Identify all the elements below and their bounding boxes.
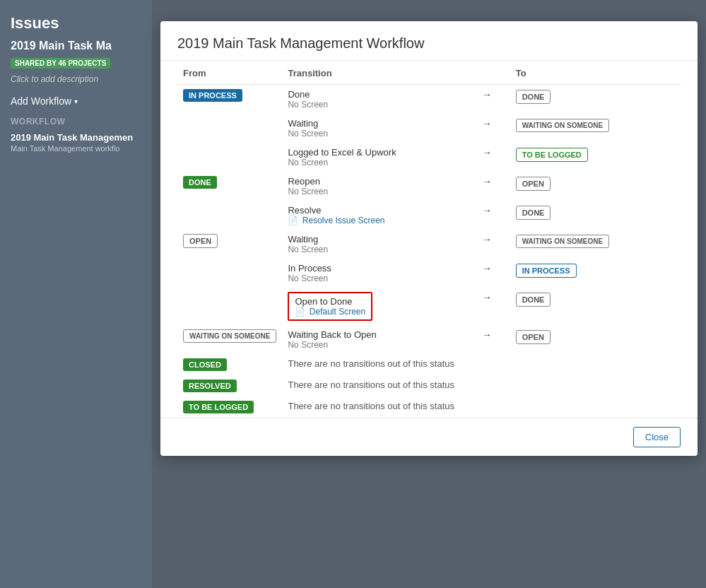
transition-screen: 📄 Resolve Issue Screen: [288, 216, 471, 225]
to-status-badge: DONE: [516, 206, 551, 220]
status-badge: WAITING ON SOMEONE: [183, 329, 276, 343]
transition-name: Done: [288, 89, 471, 100]
to-status-badge: TO BE LOGGED: [516, 148, 588, 162]
no-transitions-text: There are no transitions out of this sta…: [288, 358, 454, 369]
status-badge: IN PROCESS: [183, 89, 242, 102]
col-to: To: [510, 61, 681, 85]
table-row: DONEReopen No Screen→OPEN: [177, 172, 681, 201]
arrow-cell: →: [477, 288, 510, 325]
from-status-cell: TO BE LOGGED: [177, 396, 282, 418]
to-status-badge: IN PROCESS: [516, 264, 577, 278]
transition-cell: In Process No Screen: [282, 259, 476, 288]
transition-cell: Reopen No Screen: [282, 172, 476, 201]
table-row: Logged to Excel & Upwork No Screen→TO BE…: [177, 143, 681, 172]
from-status-cell: [177, 259, 282, 288]
to-status-cell: IN PROCESS: [510, 259, 681, 288]
no-transitions-text: There are no transitions out of this sta…: [288, 380, 454, 390]
transition-name: Reopen: [288, 176, 471, 187]
modal-footer: Close: [160, 418, 698, 456]
transition-cell: Waiting Back to Open No Screen: [282, 325, 476, 354]
transition-name: Waiting: [288, 234, 471, 245]
transition-cell: Logged to Excel & Upwork No Screen: [282, 143, 476, 172]
table-row: TO BE LOGGEDThere are no transitions out…: [177, 396, 681, 418]
to-status-cell: DONE: [510, 85, 681, 114]
status-badge: OPEN: [183, 234, 218, 248]
table-row: Waiting No Screen→WAITING ON SOMEONE: [177, 114, 681, 143]
to-status-badge: DONE: [516, 293, 551, 307]
modal-dialog: 2019 Main Task Management Workflow From …: [160, 21, 698, 456]
to-status-cell: OPEN: [510, 325, 681, 354]
modal-overlay: 2019 Main Task Management Workflow From …: [152, 0, 706, 588]
transition-screen-label: No Screen: [288, 158, 471, 167]
to-status-cell: TO BE LOGGED: [510, 143, 681, 172]
close-button[interactable]: Close: [633, 427, 681, 447]
no-transitions-cell: There are no transitions out of this sta…: [282, 375, 681, 396]
doc-icon: 📄: [288, 216, 298, 225]
table-row: WAITING ON SOMEONEWaiting Back to Open N…: [177, 325, 681, 354]
to-status-cell: WAITING ON SOMEONE: [510, 114, 681, 143]
workflow-item-sub: Main Task Management workflo: [11, 144, 141, 153]
sidebar-description[interactable]: Click to add description: [11, 74, 141, 84]
workflow-table: From Transition To IN PROCESSDone No Scr…: [177, 61, 681, 418]
status-badge: TO BE LOGGED: [183, 401, 254, 413]
to-status-badge: WAITING ON SOMEONE: [516, 119, 609, 132]
table-row: RESOLVEDThere are no transitions out of …: [177, 375, 681, 396]
workflow-section-label: Workflow: [11, 117, 141, 127]
arrow-cell: →: [477, 325, 510, 354]
no-transitions-cell: There are no transitions out of this sta…: [282, 354, 681, 375]
from-status-cell: [177, 114, 282, 143]
transition-name: Waiting Back to Open: [288, 329, 471, 340]
table-row: In Process No Screen→IN PROCESS: [177, 259, 681, 288]
to-status-cell: WAITING ON SOMEONE: [510, 230, 681, 259]
from-status-cell: DONE: [177, 172, 282, 201]
from-status-cell: [177, 201, 282, 230]
sidebar-project-title: 2019 Main Task Ma: [11, 40, 141, 52]
to-status-cell: OPEN: [510, 172, 681, 201]
transition-cell: Waiting No Screen: [282, 114, 476, 143]
status-badge: RESOLVED: [183, 380, 237, 392]
transition-screen-link[interactable]: Default Screen: [310, 307, 365, 317]
transition-cell: Done No Screen: [282, 85, 476, 114]
add-workflow-caret: ▾: [74, 98, 78, 105]
to-status-cell: DONE: [510, 288, 681, 325]
modal-header: 2019 Main Task Management Workflow: [160, 21, 698, 61]
transition-screen-label: No Screen: [288, 129, 471, 139]
status-badge: CLOSED: [183, 358, 227, 371]
to-status-cell: DONE: [510, 201, 681, 230]
arrow-cell: →: [477, 172, 510, 201]
from-status-cell: [177, 288, 282, 325]
transition-name: Resolve: [288, 205, 471, 216]
arrow-cell: →: [477, 143, 510, 172]
status-badge: DONE: [183, 176, 217, 189]
modal-body: From Transition To IN PROCESSDone No Scr…: [160, 61, 698, 418]
to-status-badge: OPEN: [516, 177, 551, 191]
add-workflow-label: Add Workflow: [11, 95, 71, 107]
from-status-cell: OPEN: [177, 230, 282, 259]
doc-icon: 📄: [295, 307, 305, 317]
from-status-cell: CLOSED: [177, 354, 282, 375]
transition-screen-label: No Screen: [288, 245, 471, 254]
col-arrow-spacer: [477, 61, 510, 85]
highlighted-transition: Open to Done 📄 Default Screen: [288, 292, 372, 321]
table-row: Open to Done 📄 Default Screen →DONE: [177, 288, 681, 325]
transition-name: Logged to Excel & Upwork: [288, 147, 471, 158]
arrow-cell: →: [477, 201, 510, 230]
sidebar-title: Issues: [11, 14, 141, 33]
transition-screen-label: No Screen: [288, 340, 471, 350]
from-status-cell: [177, 143, 282, 172]
modal-title: 2019 Main Task Management Workflow: [177, 35, 681, 52]
table-row: IN PROCESSDone No Screen→DONE: [177, 85, 681, 114]
workflow-item-title[interactable]: 2019 Main Task Managemen: [11, 132, 141, 143]
no-transitions-text: There are no transitions out of this sta…: [288, 401, 454, 411]
table-row: OPENWaiting No Screen→WAITING ON SOMEONE: [177, 230, 681, 259]
to-status-badge: OPEN: [516, 330, 551, 344]
transition-screen-label: No Screen: [288, 100, 471, 110]
transition-screen-link[interactable]: Resolve Issue Screen: [302, 216, 385, 225]
transition-cell: Resolve 📄 Resolve Issue Screen: [282, 201, 476, 230]
arrow-cell: →: [477, 259, 510, 288]
arrow-cell: →: [477, 114, 510, 143]
add-workflow-button[interactable]: Add Workflow ▾: [11, 95, 141, 107]
col-transition: Transition: [282, 61, 476, 85]
transition-name: Waiting: [288, 118, 471, 129]
transition-screen-label: No Screen: [288, 274, 471, 283]
